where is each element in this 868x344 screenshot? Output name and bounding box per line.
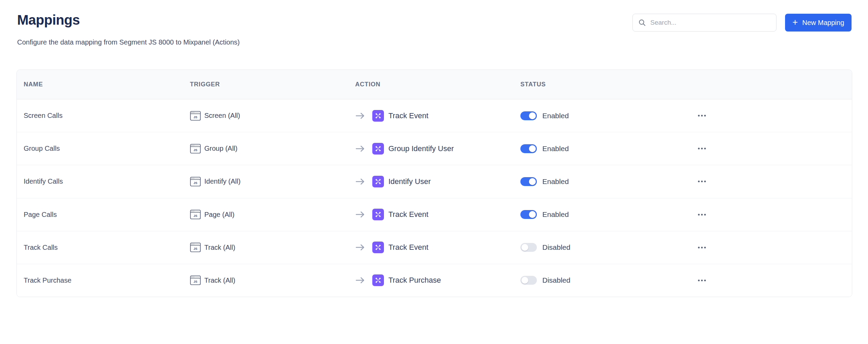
action-cell: Group Identify User xyxy=(355,143,520,155)
row-menu-button[interactable] xyxy=(697,146,707,151)
status-label: Disabled xyxy=(542,243,570,251)
menu-cell xyxy=(697,113,845,119)
arrow-right-icon xyxy=(355,178,365,185)
js-window-icon: JS xyxy=(190,110,201,121)
status-label: Enabled xyxy=(542,145,569,153)
table-row: Group Calls JS Group (All) xyxy=(17,132,852,165)
table-body: Screen Calls JS Screen (All) xyxy=(17,99,852,297)
table-row: Identify Calls JS Identify (All) xyxy=(17,165,852,198)
js-window-icon: JS xyxy=(190,242,201,253)
action-label: Group Identify User xyxy=(388,144,454,153)
trigger-label: Identify (All) xyxy=(204,177,241,185)
table-header-row: NAME TRIGGER ACTION STATUS xyxy=(17,70,852,99)
toggle-knob xyxy=(529,145,536,152)
row-menu-button[interactable] xyxy=(697,245,707,250)
mixpanel-icon xyxy=(372,143,384,155)
action-label: Track Event xyxy=(388,111,429,120)
column-header-trigger: TRIGGER xyxy=(190,81,355,88)
ellipsis-icon xyxy=(698,247,700,248)
svg-text:JS: JS xyxy=(193,247,197,250)
action-cell: Track Event xyxy=(355,242,520,253)
menu-cell xyxy=(697,245,845,250)
svg-text:JS: JS xyxy=(193,148,197,152)
ellipsis-icon xyxy=(698,181,700,182)
row-menu-button[interactable] xyxy=(697,212,707,218)
toggle-knob xyxy=(521,244,528,251)
search-icon xyxy=(638,19,646,26)
mapping-name: Group Calls xyxy=(24,145,190,152)
ellipsis-icon xyxy=(698,214,700,216)
row-menu-button[interactable] xyxy=(697,179,707,184)
action-cell: Track Event xyxy=(355,110,520,122)
action-label: Track Event xyxy=(388,243,429,252)
table-row: Page Calls JS Page (All) xyxy=(17,198,852,231)
trigger-label: Track (All) xyxy=(204,244,235,251)
arrow-right-icon xyxy=(355,145,365,152)
action-cell: Identify User xyxy=(355,176,520,187)
trigger-label: Track (All) xyxy=(204,277,235,284)
column-header-action: ACTION xyxy=(355,81,520,88)
js-window-icon: JS xyxy=(190,176,201,187)
menu-cell xyxy=(697,212,845,218)
mapping-name: Identify Calls xyxy=(24,177,190,185)
mixpanel-icon xyxy=(372,209,384,220)
trigger-label: Group (All) xyxy=(204,145,238,152)
status-toggle[interactable] xyxy=(520,144,537,153)
svg-text:JS: JS xyxy=(193,115,197,119)
arrow-right-icon xyxy=(355,211,365,218)
mixpanel-icon xyxy=(372,274,384,286)
row-menu-button[interactable] xyxy=(697,113,707,119)
arrow-right-icon xyxy=(355,244,365,251)
mappings-table: NAME TRIGGER ACTION STATUS Screen Calls … xyxy=(16,70,852,297)
action-cell: Track Event xyxy=(355,209,520,220)
status-label: Enabled xyxy=(542,112,569,120)
row-menu-button[interactable] xyxy=(697,278,707,283)
status-cell: Enabled xyxy=(520,210,697,219)
status-label: Enabled xyxy=(542,177,569,186)
svg-text:JS: JS xyxy=(193,181,197,185)
column-header-name: NAME xyxy=(24,81,190,88)
mixpanel-icon xyxy=(372,110,384,122)
toggle-knob xyxy=(529,112,536,119)
arrow-right-icon xyxy=(355,112,365,120)
ellipsis-icon xyxy=(698,115,700,116)
menu-cell xyxy=(697,179,845,184)
mapping-name: Screen Calls xyxy=(24,112,190,120)
mixpanel-icon xyxy=(372,176,384,187)
trigger-cell: JS Identify (All) xyxy=(190,176,355,187)
trigger-cell: JS Track (All) xyxy=(190,275,355,286)
mixpanel-icon xyxy=(372,242,384,253)
search-box[interactable] xyxy=(632,14,776,32)
status-cell: Enabled xyxy=(520,177,697,186)
mapping-name: Track Calls xyxy=(24,244,190,251)
action-label: Track Purchase xyxy=(388,276,441,285)
trigger-cell: JS Page (All) xyxy=(190,209,355,220)
action-label: Identify User xyxy=(388,177,431,186)
status-toggle[interactable] xyxy=(520,177,537,186)
status-cell: Disabled xyxy=(520,243,697,252)
status-cell: Disabled xyxy=(520,276,697,285)
svg-text:JS: JS xyxy=(193,280,197,283)
status-toggle[interactable] xyxy=(520,276,537,285)
status-label: Enabled xyxy=(542,210,569,219)
mapping-name: Page Calls xyxy=(24,211,190,219)
trigger-label: Page (All) xyxy=(204,211,234,219)
table-row: Track Purchase JS Track (All) xyxy=(17,264,852,297)
js-window-icon: JS xyxy=(190,275,201,286)
status-toggle[interactable] xyxy=(520,243,537,252)
mapping-name: Track Purchase xyxy=(24,277,190,284)
new-mapping-button[interactable]: + New Mapping xyxy=(785,14,852,32)
status-toggle[interactable] xyxy=(520,111,537,120)
search-input[interactable] xyxy=(650,19,771,26)
js-window-icon: JS xyxy=(190,209,201,220)
svg-text:JS: JS xyxy=(193,214,197,218)
table-row: Track Calls JS Track (All) xyxy=(17,231,852,264)
ellipsis-icon xyxy=(698,148,700,149)
status-cell: Enabled xyxy=(520,144,697,153)
status-cell: Enabled xyxy=(520,111,697,120)
status-toggle[interactable] xyxy=(520,210,537,219)
toggle-knob xyxy=(529,211,536,218)
trigger-cell: JS Screen (All) xyxy=(190,110,355,121)
mappings-page: Mappings Configure the data mapping from… xyxy=(0,0,868,344)
page-title: Mappings xyxy=(17,12,80,28)
